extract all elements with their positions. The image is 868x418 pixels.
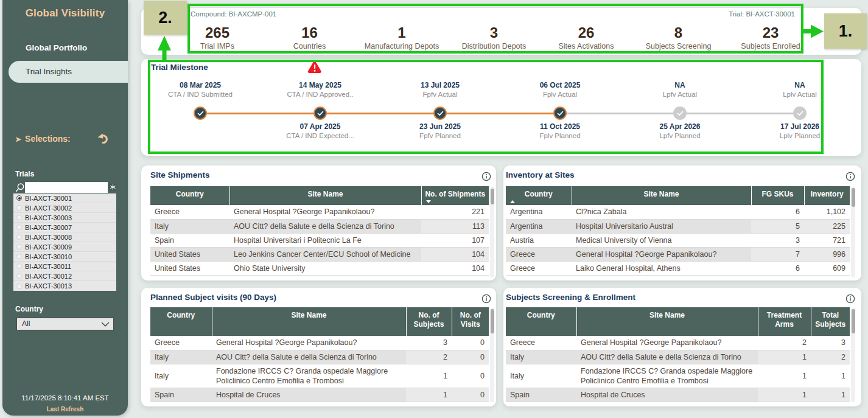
table-cell: 6: [751, 261, 804, 275]
trial-list-item[interactable]: BI-AXCT-30013: [13, 281, 116, 291]
column-header-no-of-shipments[interactable]: No. of Shipments: [421, 186, 489, 205]
table-row[interactable]: SpainHospital de Cruces11: [506, 388, 850, 402]
info-icon[interactable]: [845, 294, 855, 304]
table-row[interactable]: SpainHospital Universitari i Politecnic …: [150, 233, 489, 247]
table-cell: 3: [406, 336, 452, 350]
column-header-site-name[interactable]: Site Name: [212, 307, 406, 336]
nav-item-global-portfolio[interactable]: Global Portfolio: [26, 43, 87, 52]
table-row[interactable]: ArgentinaCl?nica Zabala61,102: [506, 205, 850, 219]
table-cell: AOU Citt? della Salute e della Scienza d…: [212, 350, 406, 364]
trial-list-item[interactable]: BI-AXCT-30009: [13, 242, 116, 252]
trial-label: Trial: BI-AXCT-30001: [729, 10, 795, 18]
trial-list-item-label: BI-AXCT-30011: [25, 263, 71, 270]
scrollbar-thumb[interactable]: [852, 188, 855, 207]
radio-icon[interactable]: [16, 254, 22, 259]
radio-icon[interactable]: [16, 273, 22, 279]
radio-icon[interactable]: [16, 234, 22, 240]
selections-label: Selections:: [25, 134, 71, 144]
vertical-scrollbar[interactable]: [490, 308, 494, 402]
column-header-inventory[interactable]: Inventory: [804, 186, 850, 205]
column-header-treatment-arms[interactable]: Treatment Arms: [758, 307, 811, 336]
column-header-total-subjects[interactable]: Total Subjects: [811, 307, 850, 336]
milestone-name: Fpfv Actual: [384, 91, 496, 98]
table-row[interactable]: ItalyFondazione IRCCS C? Granda ospedale…: [506, 364, 850, 388]
column-header-fg-skus[interactable]: FG SKUs: [751, 186, 804, 205]
column-header-label: Treatment Arms: [760, 311, 809, 329]
trials-search-input[interactable]: [25, 182, 108, 193]
table-row[interactable]: ArgentinaHospital Universitario Austral5…: [506, 219, 850, 233]
table-row[interactable]: United StatesOhio State University104: [150, 261, 489, 275]
column-header-country[interactable]: Country: [506, 186, 572, 205]
column-header-site-name[interactable]: Site Name: [572, 186, 751, 205]
milestone-label-above: 13 Jul 2025Fpfv Actual: [384, 81, 496, 98]
info-icon[interactable]: [481, 294, 491, 304]
table-row[interactable]: ItalyAOU Citt? della Salute e della Scie…: [150, 219, 489, 233]
column-header-site-name[interactable]: Site Name: [229, 186, 421, 205]
radio-icon[interactable]: [16, 205, 22, 211]
column-header-no-of-subjects[interactable]: No. of Subjects: [406, 307, 452, 336]
table-row[interactable]: ItalyAOU Citt? della Salute e della Scie…: [506, 350, 850, 364]
kpi-value: 1: [355, 25, 448, 41]
table-row[interactable]: GreeceLaiko General Hospital, Athens6609: [506, 261, 850, 275]
table-cell: United States: [150, 261, 229, 275]
trial-list-item[interactable]: BI-AXCT-30011: [13, 262, 116, 271]
info-icon[interactable]: [481, 172, 491, 181]
undo-button[interactable]: [96, 132, 110, 145]
table-row[interactable]: AustriaMedical University of Vienna3721: [506, 233, 850, 247]
milestone-name: Fpfv Planned: [384, 132, 496, 139]
trial-list-item[interactable]: BI-AXCT-30008: [13, 232, 116, 242]
radio-selected-icon[interactable]: [16, 195, 22, 201]
sidebar: Global Visibility Global Portfolio Trial…: [2, 0, 128, 416]
table-cell: General Hospital ?George Papanikolaou?: [229, 205, 421, 219]
column-header-country[interactable]: Country: [150, 307, 212, 336]
app-title: Global Visibility: [2, 7, 128, 19]
trial-list-item[interactable]: BI-AXCT-30012: [13, 271, 116, 281]
table-row[interactable]: ItalyAOU Citt? della Salute e della Scie…: [150, 350, 489, 364]
kpi-manufacturing-depots: 1Manufacturing Depots: [355, 25, 448, 51]
table-row[interactable]: GreeceGeneral Hospital ?George Papanikol…: [150, 205, 489, 219]
trial-list-item[interactable]: BI-AXCT-30010: [13, 252, 116, 262]
table-row[interactable]: GreeceGeneral Hospital ?George Papanikol…: [506, 336, 850, 350]
scrollbar-thumb[interactable]: [491, 309, 494, 333]
scrollbar-thumb[interactable]: [852, 309, 855, 333]
trial-list-item[interactable]: BI-AXCT-30001: [13, 193, 116, 203]
table-row[interactable]: ItalyFondazione IRCCS C? Granda ospedale…: [150, 364, 489, 388]
clear-selections-button[interactable]: [110, 184, 116, 190]
milestone-date: 07 Apr 2025: [264, 122, 376, 131]
column-header-no-of-visits[interactable]: No. of Visits: [452, 307, 489, 336]
trial-list-item-label: BI-AXCT-30001: [25, 195, 72, 202]
vertical-scrollbar[interactable]: [490, 187, 494, 277]
annotation-box-2-label: 2.: [158, 9, 172, 27]
country-dropdown[interactable]: All: [16, 318, 114, 330]
kpi-value: 8: [632, 25, 725, 41]
table-row[interactable]: GreeceGeneral Hospital ?George Papanikol…: [150, 336, 489, 350]
trial-list-item[interactable]: BI-AXCT-30007: [13, 223, 116, 232]
radio-icon[interactable]: [16, 244, 22, 249]
radio-icon[interactable]: [16, 263, 22, 269]
column-header-country[interactable]: Country: [506, 307, 576, 336]
column-header-site-name[interactable]: Site Name: [576, 307, 758, 336]
radio-icon[interactable]: [16, 215, 22, 220]
trial-list-item[interactable]: BI-AXCT-30002: [13, 203, 116, 213]
kpi-value: 16: [264, 25, 356, 41]
table-title: Inventory at Sites: [506, 170, 575, 179]
trial-list-item[interactable]: BI-AXCT-30003: [13, 213, 116, 223]
nav-item-trial-insights[interactable]: Trial Insights: [9, 61, 128, 83]
table-cell: 2: [758, 336, 811, 350]
radio-icon[interactable]: [16, 284, 22, 289]
scrollbar-thumb[interactable]: [491, 189, 494, 204]
table-cell: 721: [804, 233, 850, 247]
milestone-label-above: NALplv Actual: [744, 81, 856, 98]
selections-toggle[interactable]: ➤Selections:: [15, 134, 71, 144]
table-row[interactable]: GreeceGeneral Hospital ?George Papanikol…: [506, 247, 850, 261]
info-icon[interactable]: [845, 172, 855, 181]
column-header-country[interactable]: Country: [150, 186, 229, 205]
table-row[interactable]: SpainHospital de Cruces10: [150, 388, 489, 402]
table-cell: Hospital Universitari i Politecnic La Fe: [229, 233, 421, 247]
table-row[interactable]: United StatesLeo Jenkins Cancer Center/E…: [150, 247, 489, 261]
milestone-date: 06 Oct 2025: [504, 81, 616, 89]
radio-icon[interactable]: [16, 225, 22, 230]
vertical-scrollbar[interactable]: [851, 308, 855, 402]
vertical-scrollbar[interactable]: [851, 187, 855, 277]
kpi-label: Countries: [264, 42, 356, 51]
